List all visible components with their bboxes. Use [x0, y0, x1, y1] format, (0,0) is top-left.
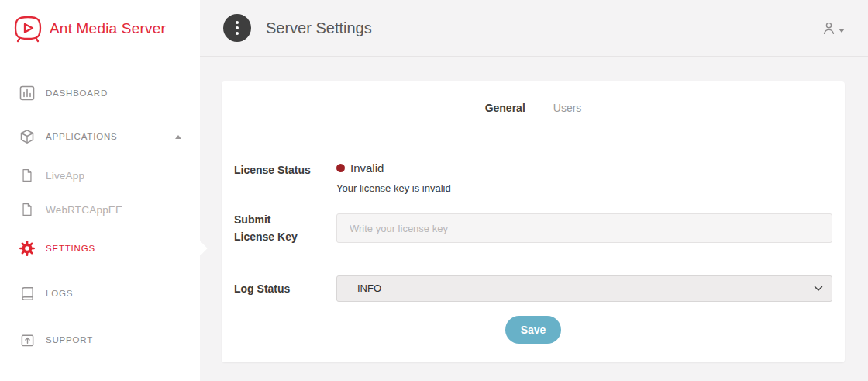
main-area: Server Settings General Users — [200, 0, 868, 381]
file-icon — [19, 203, 36, 216]
applications-icon — [19, 129, 36, 144]
page-title: Server Settings — [266, 19, 372, 37]
sidebar: Ant Media Server DASHBOARD — [0, 0, 200, 381]
log-status-row: Log Status INFO — [234, 275, 832, 302]
sidebar-item-applications[interactable]: APPLICATIONS — [0, 115, 200, 158]
sidebar-item-label: APPLICATIONS — [46, 132, 117, 141]
license-key-input[interactable] — [336, 213, 832, 243]
logs-icon — [19, 286, 36, 301]
sidebar-item-webrtcappee[interactable]: WebRTCAppEE — [0, 192, 200, 227]
sidebar-item-liveapp[interactable]: LiveApp — [0, 158, 200, 192]
caret-down-icon — [839, 29, 845, 33]
license-status-row: License Status Invalid Your license key … — [234, 161, 832, 194]
license-status-label: License Status — [234, 161, 336, 178]
ant-media-logo-icon — [12, 15, 43, 43]
sidebar-item-support[interactable]: SUPPORT — [0, 317, 200, 363]
save-row: Save — [234, 316, 832, 344]
sidebar-item-label: LiveApp — [46, 170, 84, 182]
settings-card: General Users License Status Invalid You… — [222, 81, 845, 362]
sidebar-item-settings[interactable]: SETTINGS — [0, 227, 200, 270]
dashboard-icon — [19, 85, 36, 101]
app-window: Ant Media Server DASHBOARD — [0, 0, 868, 381]
collapse-up-icon — [175, 135, 181, 139]
license-status-value-block: Invalid Your license key is invalid — [336, 161, 832, 194]
topbar: Server Settings — [200, 0, 868, 57]
sidebar-item-label: SETTINGS — [46, 244, 95, 253]
gear-icon — [19, 240, 36, 257]
kebab-icon — [236, 21, 239, 24]
license-key-label: Submit License Key — [234, 211, 336, 246]
sidebar-item-label: SUPPORT — [46, 335, 93, 345]
log-status-select[interactable]: INFO — [336, 275, 832, 302]
logo[interactable]: Ant Media Server — [0, 0, 200, 57]
logo-text: Ant Media Server — [50, 20, 166, 37]
sidebar-item-label: LOGS — [46, 289, 73, 298]
settings-form: License Status Invalid Your license key … — [222, 130, 845, 344]
user-icon — [822, 21, 836, 36]
content-area: General Users License Status Invalid You… — [200, 57, 868, 381]
sidebar-item-dashboard[interactable]: DASHBOARD — [0, 71, 200, 115]
sidebar-item-logs[interactable]: LOGS — [0, 270, 200, 317]
tab-bar: General Users — [222, 81, 845, 130]
license-status-value: Invalid — [350, 161, 384, 175]
support-icon — [19, 333, 36, 348]
file-icon — [19, 168, 36, 182]
user-menu-button[interactable] — [822, 21, 845, 36]
sidebar-item-label: WebRTCAppEE — [46, 204, 122, 216]
save-button[interactable]: Save — [505, 316, 562, 344]
log-status-label: Log Status — [234, 280, 336, 297]
kebab-menu-button[interactable] — [223, 14, 251, 42]
sidebar-item-label: DASHBOARD — [46, 88, 108, 98]
license-key-row: Submit License Key — [234, 211, 832, 246]
tab-general[interactable]: General — [485, 102, 525, 114]
tab-users[interactable]: Users — [553, 102, 582, 114]
sidebar-menu: DASHBOARD APPLICATIONS — [0, 57, 200, 363]
status-dot — [336, 164, 345, 172]
license-status-detail: Your license key is invalid — [336, 182, 832, 194]
